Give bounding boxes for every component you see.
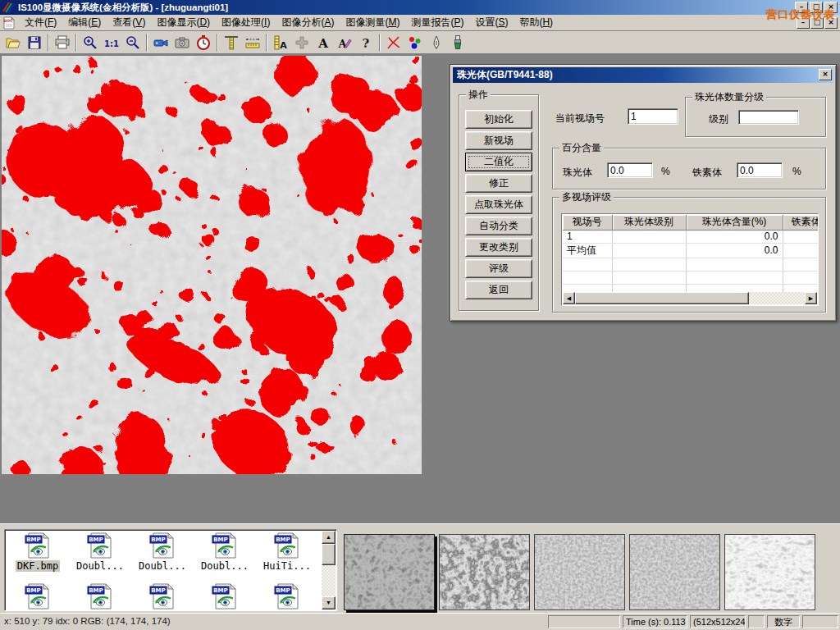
dialog-title: 珠光体(GB/T9441-88) [457,68,553,82]
table-row-2[interactable] [563,258,819,271]
menu-item-4[interactable]: 图像处理(I) [216,14,276,31]
file-item-4[interactable]: BMPHuiTi... [256,532,318,572]
hscroll-thumb[interactable] [575,292,749,304]
edit-text-button[interactable]: A [334,33,355,52]
preview-thumbnail-1[interactable] [439,534,530,610]
photo-camera-button[interactable] [171,33,193,52]
op-button-4[interactable]: 点取珠光体 [465,195,532,214]
file-item-2[interactable]: BMPDoubl... [131,532,194,572]
crosshair-button[interactable] [291,33,313,52]
file-item-row2-1[interactable]: BMP [69,583,131,609]
scroll-up-button[interactable]: ▲ [322,531,336,544]
file-list-vscrollbar[interactable]: ▲ ▼ [322,531,336,609]
menu-item-0[interactable]: 文件(F) [19,14,62,31]
table-header-3[interactable]: 铁素体含量(%) [783,215,819,230]
op-button-2[interactable]: 二值化 [465,153,532,171]
op-button-3[interactable]: 修正 [465,174,532,193]
file-list: BMPDKF.bmpBMPDoubl...BMPDoubl...BMPDoubl… [4,529,337,611]
menu-item-1[interactable]: 编辑(E) [62,14,107,31]
scroll-right-button[interactable]: ▶ [805,292,817,304]
file-item-row2-3[interactable]: BMP [194,583,256,609]
ferrite-percent-input[interactable] [737,162,783,178]
table-cell: 1 [563,230,612,243]
measure-text-button[interactable]: A [270,33,291,52]
curve-tool-button[interactable] [383,33,404,52]
operation-buttons: 初始化新视场二值化修正点取珠光体自动分类更改类别评级返回 [465,110,532,299]
status-mode: 数字 [767,615,800,628]
table-row-1[interactable]: 平均值0.0 [563,243,819,258]
caliper-button[interactable] [221,33,242,52]
text-label-button[interactable]: A [313,33,334,52]
close-button[interactable]: × [824,2,838,13]
video-camera-button[interactable] [150,33,171,52]
svg-text:A: A [280,39,287,50]
table-hscrollbar[interactable]: ◀ ▶ [563,292,817,304]
table-header-0[interactable]: 视场号 [563,215,612,230]
timer-button[interactable] [193,33,214,52]
file-item-row2-2[interactable]: BMP [131,583,194,609]
file-item-1[interactable]: BMPDoubl... [69,532,131,572]
menu-item-8[interactable]: 设置(S) [469,14,514,31]
minimize-button[interactable]: – [795,2,808,13]
pen-tool-button[interactable] [426,33,447,52]
measure-text-icon: A [272,34,289,51]
bmp-file-icon: BMP [211,583,239,609]
current-field-input[interactable] [628,108,678,125]
ruler-button[interactable] [242,33,263,52]
file-item-3[interactable]: BMPDoubl... [194,532,256,572]
menu-item-3[interactable]: 图像显示(D) [151,14,216,31]
menu-item-2[interactable]: 查看(V) [107,14,151,31]
ferrite-label: 铁素体 [692,166,722,180]
menu-item-9[interactable]: 帮助(H) [514,14,559,31]
zoom-out-button[interactable] [122,33,144,52]
table-cell [686,271,783,284]
preview-thumbnail-3[interactable] [629,534,720,610]
op-button-0[interactable]: 初始化 [465,110,532,129]
op-button-7[interactable]: 评级 [465,259,532,278]
status-panel-empty-3 [802,615,838,628]
op-button-1[interactable]: 新视场 [465,131,532,150]
menu-item-7[interactable]: 测量报告(P) [405,14,469,31]
hscroll-track[interactable] [749,292,805,304]
zoom-in-button[interactable] [80,33,101,52]
mdi-restore-button[interactable]: □ [810,17,824,29]
scroll-down-button[interactable]: ▼ [322,596,336,609]
open-button[interactable] [2,33,24,52]
preview-thumbnail-2[interactable] [534,534,625,610]
grade-input[interactable] [738,110,799,125]
brush-tool-button[interactable] [447,33,468,52]
dialog-title-bar[interactable]: 珠光体(GB/T9441-88) × [453,67,833,83]
op-button-5[interactable]: 自动分类 [465,217,532,235]
table-header-1[interactable]: 珠光体级别 [612,215,686,230]
file-item-0[interactable]: BMPDKF.bmp [7,532,69,572]
mdi-minimize-button[interactable]: – [797,17,810,29]
actual-size-button[interactable]: 1:1 [101,33,122,52]
table-header-2[interactable]: 珠光体含量(%) [686,215,783,230]
maximize-button[interactable]: □ [810,2,823,13]
file-item-row2-4[interactable]: BMP [256,583,318,609]
pearlite-percent-input[interactable] [607,162,653,178]
dialog-close-button[interactable]: × [819,69,832,80]
menu-item-6[interactable]: 图像测量(M) [340,14,405,31]
status-bar: x: 510 y: 79 idx: 0 RGB: (174, 174, 174)… [0,613,840,630]
file-item-row2-0[interactable]: BMP [7,583,69,609]
table-row-0[interactable]: 10.0 [563,230,819,243]
print-button[interactable] [52,33,73,52]
preview-thumbnail-4[interactable] [724,534,815,610]
metallograph-image[interactable] [2,56,422,474]
table-row-3[interactable] [563,271,819,284]
menu-item-5[interactable]: 图像分析(A) [276,14,340,31]
op-button-6[interactable]: 更改类别 [465,238,532,257]
vscroll-thumb[interactable] [322,544,336,565]
help-icon: ? [358,34,374,51]
mdi-close-button[interactable]: × [824,17,838,29]
help-button[interactable]: ? [355,33,377,52]
vscroll-track[interactable] [322,565,336,596]
scroll-left-button[interactable]: ◀ [563,292,575,304]
phase-marks-button[interactable] [404,33,426,52]
bmp-file-icon: BMP [86,583,114,609]
preview-thumbnail-0[interactable] [344,534,435,610]
save-button[interactable] [24,33,45,52]
grade-label: 级别 [709,112,728,126]
op-button-8[interactable]: 返回 [465,281,532,299]
